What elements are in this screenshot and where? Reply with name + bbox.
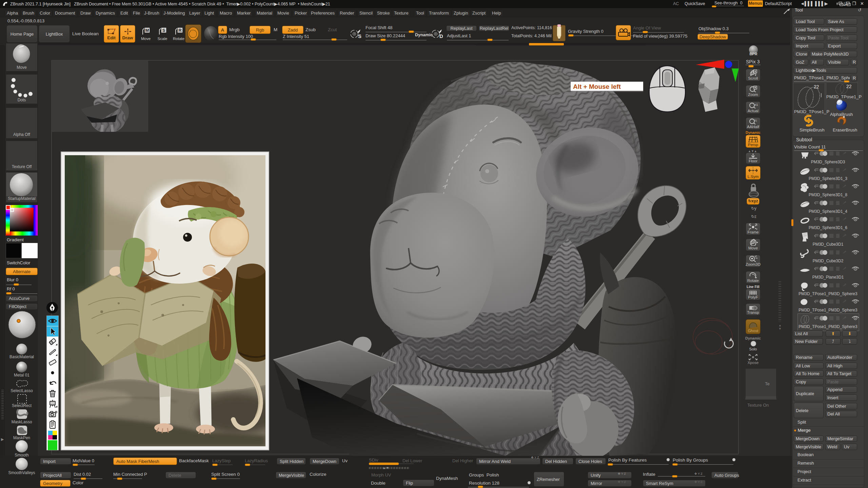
svg-text:D: D [439, 33, 443, 39]
svg-text:S: S [358, 33, 361, 39]
svg-text:M: M [145, 28, 149, 33]
svg-text:Alt + Mouse left: Alt + Mouse left [573, 83, 621, 90]
svg-text:R: R [178, 28, 182, 33]
svg-text:S: S [162, 28, 165, 33]
